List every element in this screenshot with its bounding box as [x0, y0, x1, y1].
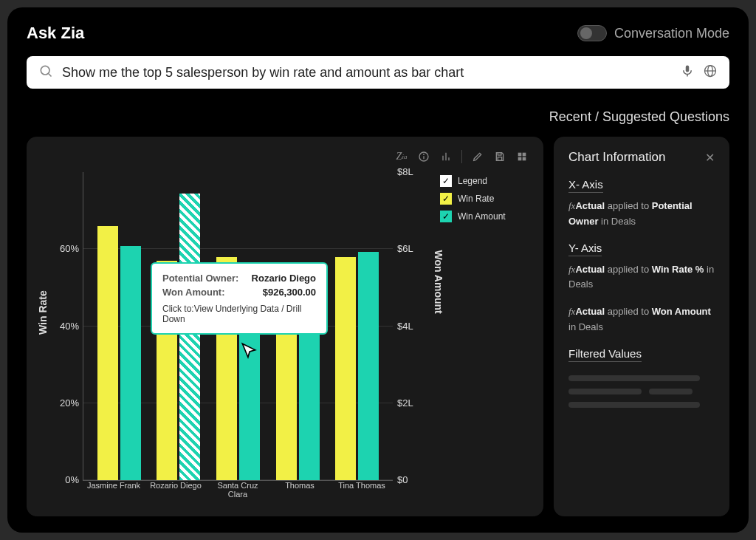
- y-axis-heading: Y- Axis: [568, 242, 602, 256]
- svg-line-1: [49, 74, 52, 77]
- tooltip-owner-label: Potential Owner:: [162, 273, 238, 284]
- y-left-tick: 60%: [51, 243, 79, 254]
- microphone-icon[interactable]: [681, 64, 694, 81]
- x-axis-labels: Jasmine Frank Rozario Diego Santa Cruz C…: [83, 481, 393, 499]
- y-right-tick: $0: [397, 474, 425, 485]
- legend-label: Win Rate: [458, 194, 494, 204]
- y-right-tick: $6L: [397, 243, 425, 254]
- y-left-tick: 20%: [51, 397, 79, 408]
- save-icon[interactable]: [493, 150, 506, 163]
- zia-icon[interactable]: Zia: [395, 150, 408, 163]
- fx-icon: fx: [568, 306, 575, 317]
- chart-toolbar: Zia: [41, 150, 529, 163]
- legend-item-winamount[interactable]: ✓ Win Amount: [440, 211, 529, 222]
- svg-rect-12: [498, 153, 501, 155]
- search-icon: [38, 64, 53, 81]
- suggested-questions-label[interactable]: Recent / Suggested Questions: [27, 109, 729, 125]
- placeholder-line: [568, 402, 700, 408]
- x-tick: Thomas: [269, 481, 331, 499]
- info-icon[interactable]: [417, 150, 430, 163]
- svg-rect-17: [523, 157, 526, 161]
- tooltip-amount-value: $926,300.00: [263, 287, 316, 298]
- legend-item-winrate[interactable]: ✓ Win Rate: [440, 193, 529, 205]
- x-axis-heading: X- Axis: [568, 178, 603, 193]
- close-icon[interactable]: ✕: [705, 151, 715, 165]
- tooltip-drilldown-link[interactable]: Click to:View Underlying Data / Drill Do…: [162, 304, 316, 324]
- chart-panel: Zia Win Rate Won Amount 0%$0 20%$2L 40%$…: [27, 137, 543, 516]
- fx-icon: fx: [568, 264, 575, 275]
- x-tick: Jasmine Frank: [83, 481, 145, 499]
- placeholder-line: [568, 375, 700, 381]
- fx-icon: fx: [568, 200, 575, 211]
- tooltip-amount-label: Won Amount:: [162, 287, 224, 298]
- info-title: Chart Information: [568, 150, 665, 165]
- checkbox-icon[interactable]: ✓: [440, 193, 452, 205]
- bar-win-rate[interactable]: [335, 257, 356, 480]
- svg-rect-13: [498, 157, 501, 161]
- bar-win-amount-hover[interactable]: [179, 194, 200, 480]
- y-right-axis-title: Won Amount: [433, 250, 444, 314]
- bar-chart-icon[interactable]: [439, 150, 453, 163]
- svg-rect-14: [518, 153, 522, 157]
- y-right-tick: $8L: [397, 166, 425, 177]
- chart-tooltip[interactable]: Potential Owner: Rozario Diego Won Amoun…: [151, 262, 328, 335]
- toggle-knob: [580, 27, 592, 39]
- query-input[interactable]: [62, 65, 672, 81]
- app-window: Ask Zia Conversation Mode Recent / Sugge…: [7, 7, 749, 533]
- info-header: Chart Information ✕: [568, 150, 715, 165]
- legend-item-legend[interactable]: ✓ Legend: [440, 175, 529, 187]
- svg-rect-16: [518, 157, 522, 161]
- chart-info-panel: Chart Information ✕ X- Axis fxActual app…: [554, 137, 729, 516]
- chart-legend: ✓ Legend ✓ Win Rate ✓ Win Amount: [440, 169, 529, 506]
- x-tick: Santa Cruz Clara: [207, 481, 269, 499]
- legend-label: Legend: [458, 176, 487, 186]
- bar-group-tina[interactable]: [335, 172, 379, 480]
- bar-win-amount[interactable]: [358, 252, 379, 480]
- y-axis-description-2: fxActual applied to Won Amount in Deals: [568, 304, 715, 335]
- bar-win-rate[interactable]: [97, 226, 118, 480]
- y-axis-description-1: fxActual applied to Win Rate % in Deals: [568, 262, 715, 293]
- filtered-values-heading: Filtered Values: [568, 347, 642, 362]
- y-left-tick: 0%: [51, 474, 79, 485]
- chart-body: Win Rate Won Amount 0%$0 20%$2L 40%$4L 6…: [41, 169, 529, 506]
- placeholder-row: [568, 389, 715, 402]
- search-bar: [27, 56, 729, 89]
- grid-icon[interactable]: [515, 150, 529, 163]
- conversation-mode-toggle[interactable]: [577, 25, 607, 41]
- svg-point-8: [424, 154, 425, 155]
- svg-rect-15: [523, 153, 526, 157]
- globe-icon[interactable]: [703, 64, 718, 81]
- checkbox-icon[interactable]: ✓: [440, 211, 452, 222]
- content-row: Zia Win Rate Won Amount 0%$0 20%$2L 40%$…: [27, 137, 729, 516]
- checkbox-icon[interactable]: ✓: [440, 175, 452, 187]
- edit-icon[interactable]: [471, 150, 484, 163]
- cursor-icon: [239, 342, 258, 364]
- x-axis-description: fxActual applied to Potential Owner in D…: [568, 199, 715, 230]
- conversation-mode-label: Conversation Mode: [614, 26, 729, 41]
- placeholder-line: [649, 389, 693, 394]
- y-right-tick: $2L: [397, 397, 425, 408]
- x-tick: Tina Thomas: [331, 481, 393, 499]
- chart-area[interactable]: Win Rate Won Amount 0%$0 20%$2L 40%$4L 6…: [41, 169, 440, 506]
- app-title: Ask Zia: [27, 24, 84, 43]
- header: Ask Zia Conversation Mode: [27, 24, 729, 43]
- y-right-tick: $4L: [397, 320, 425, 331]
- y-left-tick: 40%: [51, 320, 79, 331]
- placeholder-line: [568, 389, 642, 394]
- bar-win-amount[interactable]: [120, 246, 141, 480]
- conversation-mode-toggle-group: Conversation Mode: [577, 25, 729, 41]
- bar-group-jasmine[interactable]: [97, 172, 141, 480]
- x-tick: Rozario Diego: [145, 481, 207, 499]
- y-left-axis-title: Win Rate: [37, 290, 49, 335]
- tooltip-owner-value: Rozario Diego: [252, 273, 316, 284]
- legend-label: Win Amount: [458, 211, 506, 222]
- svg-point-0: [41, 66, 49, 75]
- toolbar-separator: [461, 150, 462, 163]
